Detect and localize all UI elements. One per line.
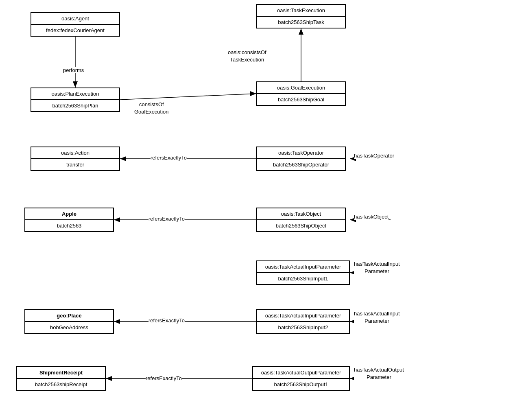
svg-line-2 [120,94,256,100]
task-execution-box: oasis:TaskExecution batch2563ShipTask [256,4,346,28]
refers-exactly-geo-label: refersExactlyTo [148,317,185,324]
task-input2-top-label: oasis:TaskActualInputParameter [265,313,341,319]
plan-execution-box: oasis:PlanExecution batch2563ShipPlan [31,88,120,112]
svg-marker-21 [106,376,112,381]
refers-exactly-shipment-label: refersExactlyTo [146,375,182,381]
task-obj-bottom-label: batch2563ShipObject [276,223,326,229]
geo-place-top-label: geo:Place [57,313,81,319]
task-exec-top: oasis:TaskExecution [257,5,345,17]
svg-marker-1 [73,81,78,88]
shipment-receipt-box: ShipmentReceipt batch2563shipReceipt [16,366,106,391]
task-output-bottom-label: batch2563ShipOutput1 [274,381,328,387]
geo-place-top: geo:Place [25,310,113,322]
task-input1-top-label: oasis:TaskActualInputParameter [265,264,341,270]
action-top: oasis:Action [31,147,119,159]
apple-bottom-label: batch2563 [57,223,82,229]
refers-exactly-apple-label: refersExactlyTo [148,216,185,222]
shipment-receipt-top-label: ShipmentReceipt [39,370,83,376]
has-task-actual-input2-label: hasTaskActualInputParameter [354,310,400,325]
svg-marker-3 [250,91,256,96]
action-bottom: transfer [31,159,119,170]
goal-exec-top-label: oasis:GoalExecution [277,85,325,91]
agent-bottom: fedex:fedexCourierAgent [31,25,119,36]
task-output-top-label: oasis:TaskActualOutputParameter [261,370,341,376]
has-task-operator-label: hasTaskOperator [354,153,394,159]
svg-marker-5 [299,28,303,35]
plan-exec-top-label: oasis:PlanExecution [51,91,99,97]
apple-bottom: batch2563 [25,220,113,231]
agent-box: oasis:Agent fedex:fedexCourierAgent [31,12,120,37]
goal-exec-top: oasis:GoalExecution [257,82,345,94]
task-input1-box: oasis:TaskActualInputParameter batch2563… [256,260,350,285]
goal-exec-bottom: batch2563ShipGoal [257,94,345,105]
task-obj-top: oasis:TaskObject [257,208,345,220]
apple-top: Apple [25,208,113,220]
svg-marker-17 [114,319,120,324]
plan-exec-top: oasis:PlanExecution [31,88,119,100]
plan-exec-bottom: batch2563ShipPlan [31,100,119,111]
task-exec-top-label: oasis:TaskExecution [277,7,325,13]
shipment-receipt-bottom: batch2563shipReceipt [17,379,105,390]
task-op-bottom-label: batch2563ShipOperator [273,162,329,168]
goal-execution-box: oasis:GoalExecution batch2563ShipGoal [256,81,346,106]
agent-bottom-label: fedex:fedexCourierAgent [46,27,105,33]
consists-of-goal-label: consistsOfGoalExecution [134,101,169,116]
has-task-actual-output-label: hasTaskActualOutputParameter [354,366,404,381]
geo-place-bottom: bobGeoAddress [25,322,113,333]
consists-of-task-label: oasis:consistsOfTaskExecution [228,49,266,63]
agent-top-label: oasis:Agent [61,15,89,22]
diagram: oasis:Agent fedex:fedexCourierAgent oasi… [0,0,513,420]
task-op-top-label: oasis:TaskOperator [278,150,324,156]
svg-marker-7 [120,156,126,161]
task-output-box: oasis:TaskActualOutputParameter batch256… [252,366,350,391]
task-object-box: oasis:TaskObject batch2563ShipObject [256,208,346,232]
refers-exactly-action-label: refersExactlyTo [151,155,187,161]
plan-exec-bottom-label: batch2563ShipPlan [52,103,98,109]
task-input2-bottom: batch2563ShipInput2 [257,322,349,333]
has-task-actual-input1-label: hasTaskActualInputParameter [354,260,400,275]
task-obj-bottom: batch2563ShipObject [257,220,345,231]
task-output-bottom: batch2563ShipOutput1 [253,379,349,390]
shipment-receipt-top: ShipmentReceipt [17,367,105,379]
task-input1-bottom-label: batch2563ShipInput1 [278,276,328,282]
task-output-top: oasis:TaskActualOutputParameter [253,367,349,379]
goal-exec-bottom-label: batch2563ShipGoal [278,96,324,103]
task-exec-bottom-label: batch2563ShipTask [278,19,324,25]
task-input1-top: oasis:TaskActualInputParameter [257,261,349,273]
task-op-bottom: batch2563ShipOperator [257,159,345,170]
shipment-receipt-bottom-label: batch2563shipReceipt [35,381,87,387]
apple-top-label: Apple [62,211,76,217]
task-input2-box: oasis:TaskActualInputParameter batch2563… [256,309,350,334]
task-input2-top: oasis:TaskActualInputParameter [257,310,349,322]
action-box: oasis:Action transfer [31,147,120,171]
agent-top: oasis:Agent [31,13,119,25]
svg-marker-11 [114,217,120,222]
action-top-label: oasis:Action [61,150,90,156]
task-obj-top-label: oasis:TaskObject [281,211,321,217]
task-input1-bottom: batch2563ShipInput1 [257,273,349,284]
apple-box: Apple batch2563 [24,208,114,232]
has-task-object-label: hasTaskObject [354,214,389,220]
geo-place-box: geo:Place bobGeoAddress [24,309,114,334]
action-bottom-label: transfer [66,162,84,168]
geo-place-bottom-label: bobGeoAddress [50,324,88,330]
task-op-top: oasis:TaskOperator [257,147,345,159]
task-exec-bottom: batch2563ShipTask [257,17,345,28]
performs-label: performs [63,67,84,73]
task-input2-bottom-label: batch2563ShipInput2 [278,324,328,330]
task-operator-box: oasis:TaskOperator batch2563ShipOperator [256,147,346,171]
